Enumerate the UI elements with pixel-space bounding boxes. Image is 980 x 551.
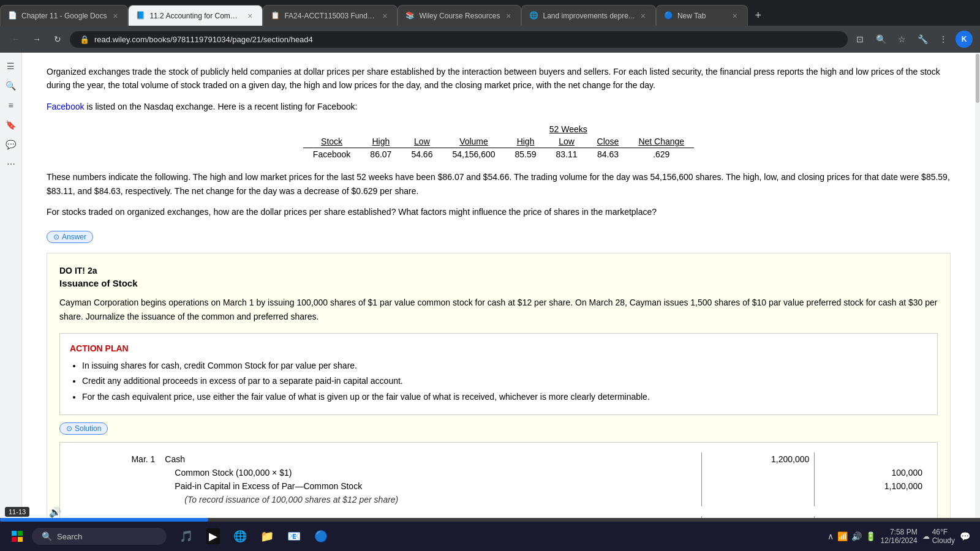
answer-button[interactable]: ⊙ Answer (47, 231, 93, 243)
tab-label-3: FA24-ACCT115003 Fund c... (284, 12, 376, 20)
start-button[interactable] (5, 524, 29, 549)
intro-paragraph: Organized exchanges trade the stock of p… (47, 65, 951, 92)
taskbar-icon-chrome[interactable]: 🔵 (309, 524, 333, 549)
col-stock: Stock (303, 135, 360, 148)
sidebar-more-btn[interactable]: ⋯ (2, 156, 20, 173)
journal-outer-box: Mar. 1 Cash 1,200,000 Common Stock (100,… (59, 442, 938, 522)
facebook-row: Facebook 86.07 54.66 54,156,600 85.59 83… (303, 148, 694, 161)
taskbar-icon-folder[interactable]: 📁 (255, 524, 279, 549)
taskbar-icon-2[interactable]: ▶ (201, 524, 225, 549)
address-bar[interactable]: 🔒 read.wiley.com/books/9781119791034/pag… (70, 31, 848, 48)
clock-time: 7:58 PM (881, 528, 918, 536)
tab-wiley-course[interactable]: 📚 Wiley Course Resources × (398, 5, 521, 26)
tab-favicon-2: 📘 (136, 11, 146, 21)
volume-icon[interactable]: 🔊 (851, 531, 862, 541)
action-plan-list: In issuing shares for cash, credit Commo… (70, 358, 927, 405)
network-icon[interactable]: 📶 (837, 531, 848, 541)
journal-desc-cash1: Cash (160, 452, 701, 466)
journal-credit-memo-common (815, 493, 927, 506)
battery-icon[interactable]: 🔋 (865, 531, 876, 541)
tab-favicon-4: 📚 (405, 11, 415, 21)
clock-date: 12/16/2024 (881, 536, 918, 545)
sidebar-toc-btn[interactable]: ≡ (2, 97, 20, 114)
scroll-thumb[interactable] (976, 54, 979, 103)
cell-52low: 54.66 (401, 148, 442, 161)
browser-body: ☰ 🔍 ≡ 🔖 💬 ⋯ Organized exchanges trade th… (0, 53, 980, 522)
tab-label-6: New Tab (677, 12, 726, 20)
audio-icon[interactable]: 🔊 (49, 506, 61, 518)
back-button[interactable]: ← (7, 31, 24, 48)
sidebar-menu-btn[interactable]: ☰ (2, 58, 20, 75)
do-it-subtitle: Issuance of Stock (59, 278, 938, 288)
cast-button[interactable]: ⊡ (851, 31, 869, 48)
weather-desc: Cloudy (932, 536, 955, 545)
notification-icon[interactable]: 💬 (960, 531, 970, 541)
do-it-description: Cayman Corporation begins operations on … (59, 296, 938, 323)
journal-desc-common-stock: Common Stock (100,000 × $1) (160, 466, 701, 479)
tab-11-2-accounting[interactable]: 📘 11.2 Accounting for Comm... × (128, 5, 263, 26)
svg-rect-2 (12, 537, 17, 542)
sidebar-notes-btn[interactable]: 💬 (2, 136, 20, 153)
taskbar-icon-outlook[interactable]: 📧 (282, 524, 306, 549)
stock-table-container: 52 Weeks Stock High Low Volume High Low … (47, 123, 951, 160)
profile-button[interactable]: K (956, 31, 973, 48)
tab-chapter11-googledocs[interactable]: 📄 Chapter 11 - Google Docs × (0, 5, 128, 26)
extensions-button[interactable]: 🔧 (914, 31, 931, 48)
scroll-indicator[interactable] (975, 53, 980, 522)
journal-credit-paid-common: 1,100,000 (815, 479, 927, 493)
weather-icon: ☁ (922, 532, 930, 541)
col-close: Close (587, 135, 629, 148)
solution-icon: ⊙ (66, 424, 72, 433)
bookmark-button[interactable]: ☆ (893, 31, 910, 48)
forward-button[interactable]: → (28, 31, 45, 48)
do-it-box: DO IT! 2a Issuance of Stock Cayman Corpo… (47, 253, 951, 522)
taskbar-clock[interactable]: 7:58 PM 12/16/2024 (881, 528, 918, 545)
facebook-link[interactable]: Facebook (47, 102, 84, 111)
zoom-button[interactable]: 🔍 (872, 31, 889, 48)
tab-fa24[interactable]: 📋 FA24-ACCT115003 Fund c... × (263, 5, 398, 26)
journal-memo-common: (To record issuance of 100,000 shares at… (160, 493, 701, 506)
cell-low: 83.11 (546, 148, 587, 161)
taskbar-right: ∧ 📶 🔊 🔋 7:58 PM 12/16/2024 ☁ 46°F Cloudy… (827, 528, 975, 545)
journal-row-mar1-cash: Mar. 1 Cash 1,200,000 (70, 452, 927, 466)
tab-close-1[interactable]: × (110, 11, 120, 21)
tab-close-3[interactable]: × (380, 11, 390, 21)
journal-desc-paid-in-common: Paid-in Capital in Excess of Par—Common … (160, 479, 701, 493)
chevron-up-icon[interactable]: ∧ (827, 531, 834, 541)
tab-close-4[interactable]: × (503, 11, 513, 21)
taskbar-icon-1[interactable]: 🎵 (174, 524, 198, 549)
cell-close: 84.63 (587, 148, 629, 161)
do-it-title: DO IT! 2a (59, 266, 938, 276)
col-high: High (505, 135, 546, 148)
journal-debit-cash1: 1,200,000 (702, 452, 815, 466)
svg-rect-0 (12, 531, 17, 536)
journal-table: Mar. 1 Cash 1,200,000 Common Stock (100,… (70, 452, 927, 522)
menu-button[interactable]: ⋮ (935, 31, 952, 48)
solution-label: Solution (75, 424, 101, 433)
action-item-1: In issuing shares for cash, credit Commo… (82, 358, 927, 373)
journal-debit-paid-common (702, 479, 815, 493)
cell-high: 85.59 (505, 148, 546, 161)
tab-new-tab[interactable]: 🔵 New Tab × (656, 5, 748, 26)
svg-rect-3 (18, 537, 23, 542)
solution-button[interactable]: ⊙ Solution (59, 422, 108, 435)
tab-close-2[interactable]: × (245, 11, 255, 21)
navigation-bar: ← → ↻ 🔒 read.wiley.com/books/97811197910… (0, 26, 980, 53)
tab-close-6[interactable]: × (730, 11, 740, 21)
taskbar-search[interactable]: 🔍 Search (32, 528, 167, 545)
tab-favicon-1: 📄 (8, 11, 18, 21)
sidebar-bookmark-btn[interactable]: 🔖 (2, 116, 20, 133)
new-tab-button[interactable]: + (748, 5, 769, 26)
action-plan-box: ACTION PLAN In issuing shares for cash, … (59, 333, 938, 415)
tab-land-improvements[interactable]: 🌐 Land improvements depre... × (521, 5, 655, 26)
weather-temp: 46°F (932, 528, 955, 536)
system-tray-icons: ∧ 📶 🔊 🔋 (827, 531, 876, 541)
col-netchange: Net Change (628, 135, 694, 148)
search-icon: 🔍 (42, 531, 52, 541)
sidebar-search-btn[interactable]: 🔍 (2, 77, 20, 94)
reload-button[interactable]: ↻ (49, 31, 66, 48)
weather-widget[interactable]: ☁ 46°F Cloudy (922, 528, 955, 545)
taskbar-icon-edge[interactable]: 🌐 (228, 524, 252, 549)
search-text: Search (57, 532, 82, 541)
tab-close-5[interactable]: × (638, 11, 648, 21)
